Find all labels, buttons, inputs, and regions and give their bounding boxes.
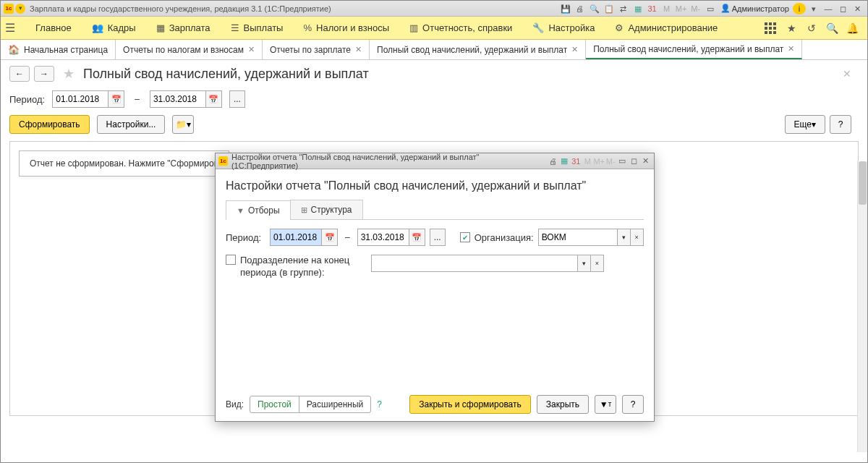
app-title: Зарплата и кадры государственного учрежд… (30, 4, 331, 13)
help-button[interactable]: ? (622, 395, 644, 414)
tab-close-icon[interactable]: ✕ (355, 45, 362, 54)
calendar-icon[interactable]: 📅 (109, 90, 124, 108)
nav-forward-button[interactable]: → (34, 66, 54, 82)
bell-icon[interactable]: 🔔 (846, 22, 859, 34)
app-logo-icon: 1c (4, 4, 14, 14)
burger-icon[interactable]: ☰ (5, 21, 20, 35)
calendar-icon[interactable]: ▦ (631, 3, 644, 14)
org-checkbox[interactable] (460, 232, 470, 242)
favorite-icon[interactable]: ★ (63, 66, 75, 82)
tab-close-icon[interactable]: ✕ (788, 44, 794, 54)
tab-full-summary-2[interactable]: Полный свод начислений, удержаний и выпл… (586, 40, 802, 59)
menu-reports[interactable]: ▥Отчетность, справки (399, 17, 522, 39)
close-icon[interactable]: ✕ (851, 3, 864, 14)
menu-personnel[interactable]: 👥Кадры (82, 17, 146, 39)
menu-salary[interactable]: ▦Зарплата (146, 17, 221, 39)
more-button[interactable]: Еще ▾ (785, 115, 825, 134)
star-icon[interactable]: ★ (785, 22, 798, 34)
nav-back-button[interactable]: ← (9, 66, 30, 82)
preview-icon[interactable]: 🔍 (588, 3, 601, 14)
wrench-icon: 🔧 (532, 22, 544, 33)
main-menu: ☰ Главное 👥Кадры ▦Зарплата ☰Выплаты %Нал… (1, 17, 867, 40)
close-icon[interactable]: ✕ (639, 156, 651, 166)
clear-icon[interactable]: × (631, 229, 644, 246)
dropdown2-icon[interactable]: ▾ (807, 3, 820, 14)
app-titlebar: 1c ▾ Зарплата и кадры государственного у… (1, 1, 867, 17)
tab-close-icon[interactable]: ✕ (571, 45, 578, 54)
close-button[interactable]: Закрыть (537, 395, 589, 414)
calendar-icon[interactable]: 📅 (409, 229, 425, 246)
maximize-icon[interactable]: ◻ (836, 3, 849, 14)
maximize-icon[interactable]: ◻ (628, 156, 639, 166)
page-close-icon[interactable]: ✕ (843, 68, 859, 80)
view-extended-button[interactable]: Расширенный (299, 396, 371, 412)
dialog-date-from[interactable]: 📅 (270, 229, 338, 246)
chevron-down-icon[interactable]: ▾ (578, 255, 591, 272)
table-icon: ▦ (156, 22, 165, 33)
help-button[interactable]: ? (830, 115, 851, 134)
m-icon[interactable]: M (660, 3, 673, 14)
dept-label: Подразделение на конец периода (в группе… (240, 255, 367, 279)
tab-structure[interactable]: ⊞Структура (290, 200, 363, 219)
view-simple-button[interactable]: Простой (250, 396, 299, 412)
period-picker-button[interactable]: ... (229, 90, 245, 108)
tabs-bar: 🏠Начальная страница Отчеты по налогам и … (1, 40, 867, 60)
dialog-heading: Настройки отчета "Полный свод начислений… (226, 179, 644, 192)
m-plus-icon[interactable]: M+ (593, 157, 605, 166)
menu-main[interactable]: Главное (25, 17, 82, 39)
save-icon[interactable]: 💾 (559, 3, 572, 14)
tab-salary-reports[interactable]: Отчеты по зарплате✕ (263, 40, 370, 59)
date-from-field[interactable]: 📅 (52, 90, 124, 108)
m-plus-icon[interactable]: M+ (675, 3, 688, 14)
window-list-icon[interactable]: ▭ (616, 156, 628, 166)
history-icon[interactable]: ↺ (805, 22, 818, 34)
percent-icon: % (303, 22, 312, 33)
info-icon[interactable]: i (793, 3, 806, 14)
menu-admin[interactable]: ⚙Администрирование (605, 17, 728, 39)
date-to-field[interactable]: 📅 (150, 90, 222, 108)
filter-toggle-button[interactable]: ▼т (595, 395, 616, 414)
date-icon[interactable]: 31 (570, 157, 582, 166)
print-icon[interactable]: 🖨 (574, 3, 587, 14)
help-link[interactable]: ? (377, 399, 382, 409)
tab-close-icon[interactable]: ✕ (248, 45, 255, 54)
m-icon[interactable]: M (582, 157, 593, 166)
apps-icon[interactable] (765, 22, 778, 34)
dept-combo[interactable]: ▾× (371, 255, 604, 272)
window-list-icon[interactable]: ▭ (704, 3, 717, 14)
tab-full-summary-1[interactable]: Полный свод начислений, удержаний и выпл… (370, 40, 586, 59)
dept-checkbox[interactable] (226, 255, 236, 265)
vertical-scrollbar[interactable] (857, 161, 867, 452)
generate-button[interactable]: Сформировать (9, 115, 90, 134)
settings-button[interactable]: Настройки... (97, 115, 166, 134)
m-minus-icon[interactable]: M- (605, 157, 616, 166)
menu-taxes[interactable]: %Налоги и взносы (293, 17, 399, 39)
compare-icon[interactable]: ⇄ (617, 3, 630, 14)
variant-button[interactable]: 📁▾ (172, 115, 194, 134)
org-combo[interactable]: ▾× (538, 229, 644, 246)
dash: – (132, 94, 142, 104)
tab-tax-reports[interactable]: Отчеты по налогам и взносам✕ (116, 40, 263, 59)
user-label[interactable]: 👤 Администратор (718, 4, 792, 13)
calendar-icon[interactable]: 📅 (206, 90, 222, 108)
tab-filters[interactable]: ▼Отборы (226, 200, 291, 220)
dialog-date-to[interactable]: 📅 (357, 229, 425, 246)
copy-icon[interactable]: 📋 (603, 3, 616, 14)
menu-settings[interactable]: 🔧Настройка (522, 17, 605, 39)
print-icon[interactable]: 🖨 (547, 157, 558, 166)
list-icon: ☰ (231, 22, 239, 33)
chevron-down-icon[interactable]: ▾ (618, 229, 631, 246)
clear-icon[interactable]: × (591, 255, 604, 272)
menu-payments[interactable]: ☰Выплаты (221, 17, 294, 39)
search-icon[interactable]: 🔍 (825, 22, 838, 34)
m-minus-icon[interactable]: M- (689, 3, 702, 14)
calendar-icon[interactable]: 📅 (322, 229, 338, 246)
tab-home[interactable]: 🏠Начальная страница (1, 40, 116, 59)
minimize-icon[interactable]: — (822, 3, 835, 14)
dropdown-icon[interactable]: ▾ (15, 4, 25, 14)
apply-close-button[interactable]: Закрыть и сформировать (409, 395, 531, 414)
calendar-icon[interactable]: ▦ (558, 156, 570, 166)
period-picker-button[interactable]: ... (430, 229, 446, 246)
date-icon[interactable]: 31 (646, 3, 659, 14)
funnel-icon: ▼ (237, 206, 244, 215)
